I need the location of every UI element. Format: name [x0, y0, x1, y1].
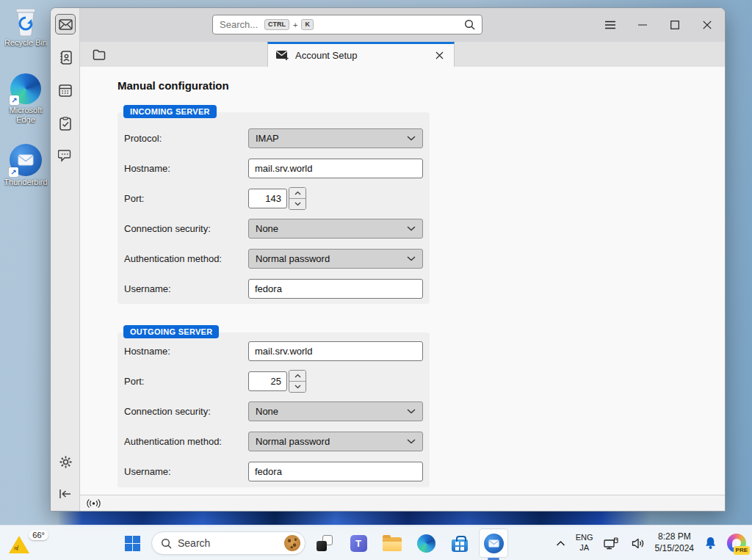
- search-icon: [464, 19, 475, 30]
- hostname-row: Hostname:: [118, 153, 430, 183]
- port-row: Port:: [118, 366, 430, 396]
- page-title: Manual configuration: [118, 79, 229, 92]
- select-value: Normal password: [256, 436, 407, 447]
- sidebar-item-tasks[interactable]: [55, 113, 76, 134]
- minimize-button[interactable]: [626, 8, 659, 42]
- maximize-button[interactable]: [659, 8, 691, 42]
- close-button[interactable]: [691, 8, 723, 42]
- copilot-button[interactable]: PRE: [727, 534, 746, 553]
- clock[interactable]: 8:28 PM 5/15/2024: [655, 531, 694, 554]
- spaces-folder-button[interactable]: [90, 46, 109, 63]
- system-tray: ENG JA 8:28 PM 5/15/2024: [553, 526, 746, 560]
- outgoing-connection-security-select[interactable]: None: [248, 401, 423, 421]
- windows-logo-icon: [125, 536, 140, 551]
- desktop-icon-label: Microsoft Edge: [1, 106, 50, 124]
- taskbar-teams[interactable]: T: [344, 528, 373, 558]
- kbd-plus: +: [293, 21, 297, 29]
- outgoing-username-input[interactable]: [248, 462, 423, 481]
- taskbar-search-label: Search: [178, 537, 278, 549]
- sidebar-item-settings[interactable]: [55, 451, 76, 472]
- activity-broadcast-icon[interactable]: [87, 498, 101, 509]
- outgoing-server-section: OUTGOING SERVER Hostname: Port:: [118, 332, 430, 487]
- taskbar-file-explorer[interactable]: [377, 528, 407, 558]
- desktop-icon-label: Thunderbird: [4, 178, 47, 187]
- desktop-icon-edge[interactable]: ↗ Microsoft Edge: [1, 73, 50, 124]
- taskbar-store[interactable]: [445, 528, 474, 558]
- chat-icon: [58, 149, 73, 162]
- search-highlight-cookie-icon: [284, 535, 300, 551]
- start-button[interactable]: [118, 528, 147, 558]
- incoming-authentication-select[interactable]: Normal password: [248, 249, 423, 269]
- sidebar-item-address-book[interactable]: [55, 47, 76, 68]
- file-explorer-icon: [383, 537, 402, 551]
- incoming-connection-security-select[interactable]: None: [248, 219, 423, 239]
- tab-account-setup[interactable]: Account Setup: [267, 42, 455, 67]
- outgoing-server-badge: OUTGOING SERVER: [123, 325, 219, 338]
- close-icon: [703, 21, 712, 29]
- authentication-method-row: Authentication method: Normal password: [118, 244, 430, 274]
- weather-widget[interactable]: ≉ 66°: [7, 530, 48, 556]
- mail-icon: [59, 19, 73, 30]
- sidebar-item-mail[interactable]: [55, 14, 76, 34]
- maximize-icon: [670, 21, 679, 29]
- port-row: Port:: [118, 183, 430, 214]
- notifications-button[interactable]: [701, 534, 720, 553]
- sidebar-item-chat[interactable]: [55, 145, 76, 166]
- hostname-label: Hostname:: [124, 163, 248, 174]
- port-label: Port:: [124, 193, 248, 204]
- teams-icon: T: [350, 535, 367, 552]
- spin-down-button[interactable]: [289, 199, 306, 209]
- outgoing-authentication-select[interactable]: Normal password: [248, 432, 423, 451]
- edge-icon: ↗: [10, 73, 41, 104]
- shortcut-arrow-icon: ↗: [9, 167, 18, 177]
- incoming-protocol-select[interactable]: IMAP: [248, 128, 423, 148]
- envelope-icon: [18, 154, 34, 166]
- connection-security-row: Connection security: None: [118, 214, 430, 244]
- authentication-method-row: Authentication method: Normal password: [118, 426, 430, 457]
- spin-down-button[interactable]: [289, 382, 306, 392]
- incoming-port-input[interactable]: [248, 189, 287, 208]
- gear-icon: [59, 455, 73, 469]
- chevron-up-icon: [556, 540, 565, 546]
- sidebar-item-calendar[interactable]: [55, 80, 76, 101]
- tray-overflow-button[interactable]: [553, 537, 568, 549]
- global-search-input[interactable]: Search... CTRL + K: [212, 15, 482, 34]
- select-value: IMAP: [256, 133, 407, 144]
- taskbar-edge[interactable]: [411, 528, 441, 558]
- network-button[interactable]: [601, 534, 621, 553]
- tab-close-button[interactable]: [432, 48, 446, 63]
- incoming-username-input[interactable]: [248, 279, 423, 299]
- outgoing-hostname-input[interactable]: [248, 341, 423, 361]
- tab-label: Account Setup: [295, 50, 426, 61]
- taskbar-thunderbird-active[interactable]: [479, 528, 508, 558]
- desktop-icon-recycle-bin[interactable]: Recycle Bin: [1, 4, 50, 48]
- close-icon: [435, 51, 444, 59]
- weather-alert-icon: [9, 536, 29, 553]
- authentication-method-label: Authentication method:: [124, 253, 248, 264]
- task-view-button[interactable]: [310, 528, 339, 558]
- incoming-port-spinner: [289, 187, 306, 210]
- folder-icon: [93, 49, 106, 60]
- desktop-icon-thunderbird[interactable]: ↗ Thunderbird: [1, 144, 50, 187]
- spin-up-button[interactable]: [289, 188, 306, 199]
- incoming-hostname-input[interactable]: [248, 159, 423, 178]
- wind-icon: ≉: [14, 545, 18, 552]
- select-value: None: [256, 406, 407, 417]
- sidebar-collapse-button[interactable]: [55, 484, 76, 504]
- spin-up-button[interactable]: [289, 371, 306, 382]
- taskbar: ≉ 66° Search T: [0, 525, 752, 560]
- language-indicator[interactable]: ENG JA: [576, 533, 593, 553]
- taskbar-search[interactable]: Search: [151, 531, 306, 555]
- hostname-label: Hostname:: [124, 346, 248, 357]
- volume-button[interactable]: [629, 535, 648, 552]
- chevron-up-icon: [294, 191, 301, 195]
- kbd-k: K: [301, 19, 314, 30]
- app-menu-button[interactable]: [594, 8, 626, 42]
- thunderbird-icon: ↗: [10, 144, 42, 176]
- kbd-ctrl: CTRL: [264, 19, 289, 30]
- minimize-icon: [638, 21, 647, 29]
- outgoing-port-input[interactable]: [248, 371, 287, 391]
- hostname-row: Hostname:: [118, 336, 430, 366]
- window-controls: [594, 8, 723, 42]
- select-value: Normal password: [256, 253, 407, 264]
